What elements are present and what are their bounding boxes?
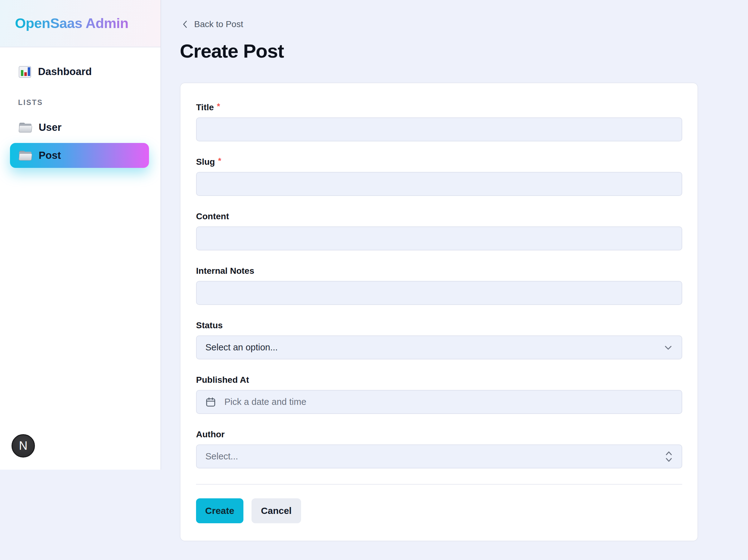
sidebar-item-dashboard[interactable]: Dashboard [0,59,161,84]
field-label: Title * [196,102,682,113]
field-internal-notes: Internal Notes [196,266,682,305]
field-status: Status Select an option... [196,320,682,360]
form-actions: Create Cancel [196,498,682,523]
sidebar-header: OpenSaas Admin [0,0,161,47]
sidebar-section-lists: LISTS [18,98,161,107]
sidebar-nav: Dashboard LISTS User Post [0,47,161,168]
author-select-placeholder: Select... [205,451,238,462]
status-select[interactable]: Select an option... [196,336,682,360]
status-select-value: Select an option... [205,342,278,352]
field-label: Published At [196,375,682,385]
field-label: Content [196,212,682,222]
content-input[interactable] [196,226,682,250]
field-title: Title * [196,102,682,141]
create-button[interactable]: Create [196,498,243,523]
bar-chart-icon [18,65,32,78]
avatar[interactable]: N [11,434,35,458]
field-label: Status [196,320,682,331]
cancel-button[interactable]: Cancel [252,498,301,523]
field-label: Slug * [196,157,682,167]
sidebar-item-label: Dashboard [38,66,92,77]
sidebar: OpenSaas Admin Dashboard LISTS [0,0,161,470]
field-label: Author [196,430,682,440]
form-divider [196,484,682,485]
back-link[interactable]: Back to Post [181,19,243,29]
required-asterisk: * [217,101,220,111]
main-content: Back to Post Create Post Title * Slug * … [161,0,748,541]
back-link-label: Back to Post [194,19,243,29]
folder-icon [18,121,32,134]
sidebar-item-user[interactable]: User [0,115,161,140]
field-label: Internal Notes [196,266,682,276]
chevrons-up-down-icon [665,449,673,464]
chevron-down-icon [663,343,673,352]
sidebar-item-label: User [39,121,62,133]
author-select[interactable]: Select... [196,444,682,468]
field-slug: Slug * [196,157,682,196]
sidebar-item-label: Post [39,149,61,161]
field-content: Content [196,212,682,250]
app-logo: OpenSaas Admin [15,15,128,31]
internal-notes-input[interactable] [196,281,682,305]
field-published-at: Published At Pick a date and time [196,375,682,414]
calendar-icon [205,397,216,407]
published-at-placeholder: Pick a date and time [225,397,306,407]
slug-input[interactable] [196,172,682,196]
field-author: Author Select... [196,430,682,468]
published-at-input[interactable]: Pick a date and time [196,390,682,414]
page-title: Create Post [180,40,748,62]
sidebar-item-post[interactable]: Post [10,143,149,168]
chevron-left-icon [181,20,189,29]
folder-icon [18,149,32,162]
required-asterisk: * [218,156,221,166]
create-post-form: Title * Slug * Content Internal Notes [180,82,698,541]
title-input[interactable] [196,117,682,141]
